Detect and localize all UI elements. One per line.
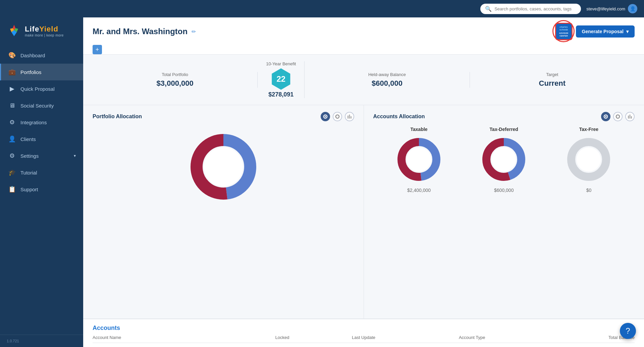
content-area: Mr. and Mrs. Washington ✏ charles schwab… bbox=[83, 17, 644, 347]
avatar: 👤 bbox=[628, 4, 637, 13]
col-locked: Locked bbox=[255, 335, 310, 340]
generate-proposal-button[interactable]: Generate Proposal ▾ bbox=[576, 25, 635, 38]
header-actions: charles schwab ADVISOR CENTER Generate P… bbox=[555, 23, 635, 40]
sidebar-item-integrations[interactable]: ⚙ Integrations bbox=[0, 114, 83, 131]
social-security-icon: 🖥 bbox=[8, 102, 16, 109]
svg-rect-17 bbox=[628, 116, 629, 119]
integrations-icon: ⚙ bbox=[8, 119, 16, 126]
help-fab[interactable]: ? bbox=[620, 323, 636, 339]
stat-total-portfolio: Total Portfolio $3,000,000 bbox=[93, 72, 258, 88]
page-header: Mr. and Mrs. Washington ✏ charles schwab… bbox=[83, 17, 644, 55]
donut-icon bbox=[323, 114, 328, 119]
advisor-center-badge-text: charles schwab ADVISOR CENTER bbox=[558, 26, 569, 37]
portfolio-donut-container bbox=[93, 127, 354, 207]
stat-10year-value: $278,091 bbox=[258, 91, 304, 98]
logo-area: LifeYield make more | keep more bbox=[0, 17, 83, 44]
tax-deferred-value: $600,000 bbox=[462, 188, 546, 193]
stat-target-value: Current bbox=[470, 79, 635, 88]
user-info[interactable]: steve@lifeyield.com 👤 bbox=[586, 4, 637, 13]
taxable-value: $2,400,000 bbox=[377, 188, 462, 193]
hex-badge: 22 bbox=[270, 68, 292, 90]
accounts-donut-button[interactable] bbox=[601, 112, 610, 121]
svg-point-16 bbox=[616, 115, 620, 118]
sidebar-label-quick-proposal: Quick Proposal bbox=[20, 86, 55, 92]
support-icon: 📋 bbox=[8, 186, 16, 193]
accounts-allocation-title: Accounts Allocation bbox=[373, 114, 425, 120]
top-bar: 🔍 steve@lifeyield.com 👤 bbox=[0, 0, 644, 17]
add-button[interactable]: + bbox=[93, 45, 102, 54]
logo-icon bbox=[7, 23, 21, 38]
accounts-allocation-panel: Accounts Allocation bbox=[364, 105, 644, 319]
accounts-section: Accounts Account Name Locked Last Update… bbox=[83, 319, 644, 347]
taxable-allocation: Taxable $2,400,000 bbox=[377, 127, 462, 193]
dashboard-icon: 🎨 bbox=[8, 52, 16, 59]
bar-chart-button[interactable] bbox=[345, 112, 354, 121]
sidebar-label-portfolios: Portfolios bbox=[20, 69, 42, 75]
svg-point-6 bbox=[325, 116, 326, 117]
sidebar-label-settings: Settings bbox=[20, 153, 39, 159]
tax-deferred-donut-chart bbox=[480, 136, 527, 183]
tax-free-value: $0 bbox=[546, 188, 631, 193]
sidebar-label-integrations: Integrations bbox=[20, 120, 47, 125]
svg-rect-9 bbox=[349, 115, 350, 119]
portfolio-allocation-panel: Portfolio Allocation bbox=[83, 105, 364, 319]
col-total-balance: Total Balance bbox=[526, 335, 635, 340]
tax-free-donut-chart bbox=[565, 136, 612, 183]
pie-icon bbox=[335, 114, 340, 119]
svg-rect-10 bbox=[351, 116, 352, 119]
svg-point-7 bbox=[336, 115, 339, 118]
advisor-center-wrapper: charles schwab ADVISOR CENTER bbox=[555, 23, 573, 40]
col-account-type: Account Type bbox=[418, 335, 526, 340]
tax-free-label: Tax-Free bbox=[546, 127, 631, 132]
accounts-chart-controls bbox=[601, 112, 635, 121]
page-title: Mr. and Mrs. Washington bbox=[93, 27, 187, 36]
logo-text: LifeYield make more | keep more bbox=[25, 25, 64, 37]
stat-held-away: Held-away Balance $600,000 bbox=[305, 72, 470, 88]
sidebar-label-dashboard: Dashboard bbox=[20, 53, 45, 58]
dropdown-arrow-icon: ▾ bbox=[626, 29, 629, 34]
donut-chart-button[interactable] bbox=[321, 112, 330, 121]
svg-rect-18 bbox=[630, 115, 631, 119]
search-box[interactable]: 🔍 bbox=[480, 4, 581, 14]
sidebar-item-social-security[interactable]: 🖥 Social Security bbox=[0, 97, 83, 114]
accounts-alloc-row: Taxable $2,400,000 Tax-Deferred bbox=[373, 127, 635, 193]
svg-point-25 bbox=[492, 147, 516, 171]
sidebar-item-portfolios[interactable]: 💼 Portfolios bbox=[0, 64, 83, 80]
taxable-donut-chart bbox=[395, 136, 442, 183]
quick-proposal-icon: ▶ bbox=[8, 85, 16, 92]
stat-10year-benefit: 10-Year Benefit 22 $278,091 bbox=[258, 61, 305, 98]
stat-held-away-label: Held-away Balance bbox=[305, 72, 469, 77]
stat-10year-label: 10-Year Benefit bbox=[258, 61, 304, 66]
sidebar-version: 1.0.721 bbox=[0, 335, 83, 347]
nav-menu: 🎨 Dashboard 💼 Portfolios ▶ Quick Proposa… bbox=[0, 44, 83, 335]
sidebar-item-clients[interactable]: 👤 Clients bbox=[0, 131, 83, 147]
user-email: steve@lifeyield.com bbox=[586, 6, 625, 11]
tax-deferred-label: Tax-Deferred bbox=[462, 127, 546, 132]
sidebar-item-support[interactable]: 📋 Support bbox=[0, 181, 83, 198]
sidebar-item-tutorial[interactable]: 🎓 Tutorial bbox=[0, 164, 83, 181]
sidebar-item-settings[interactable]: ⚙ Settings ▾ bbox=[0, 147, 83, 164]
tutorial-icon: 🎓 bbox=[8, 169, 16, 176]
stat-target: Target Current bbox=[470, 72, 635, 88]
svg-point-27 bbox=[577, 147, 601, 171]
sidebar-item-quick-proposal[interactable]: ▶ Quick Proposal bbox=[0, 80, 83, 97]
col-last-update: Last Update bbox=[309, 335, 418, 340]
stat-total-portfolio-label: Total Portfolio bbox=[93, 72, 257, 77]
pie-chart-button[interactable] bbox=[333, 112, 342, 121]
accounts-bar-button[interactable] bbox=[625, 112, 635, 121]
generate-proposal-label: Generate Proposal bbox=[582, 29, 624, 34]
stat-held-away-value: $600,000 bbox=[305, 79, 469, 88]
chart-controls bbox=[321, 112, 354, 121]
accounts-bar-icon bbox=[628, 114, 632, 119]
accounts-table-header: Account Name Locked Last Update Account … bbox=[93, 335, 635, 343]
sidebar-label-tutorial: Tutorial bbox=[20, 170, 37, 176]
svg-point-22 bbox=[407, 147, 431, 171]
chevron-down-icon: ▾ bbox=[74, 153, 76, 158]
advisor-center-button[interactable]: charles schwab ADVISOR CENTER bbox=[555, 23, 573, 40]
stats-bar: Total Portfolio $3,000,000 10-Year Benef… bbox=[83, 55, 644, 105]
sidebar-item-dashboard[interactable]: 🎨 Dashboard bbox=[0, 47, 83, 64]
edit-icon[interactable]: ✏ bbox=[192, 28, 196, 35]
search-input[interactable] bbox=[494, 6, 576, 11]
accounts-pie-button[interactable] bbox=[613, 112, 623, 121]
svg-point-15 bbox=[605, 116, 606, 117]
